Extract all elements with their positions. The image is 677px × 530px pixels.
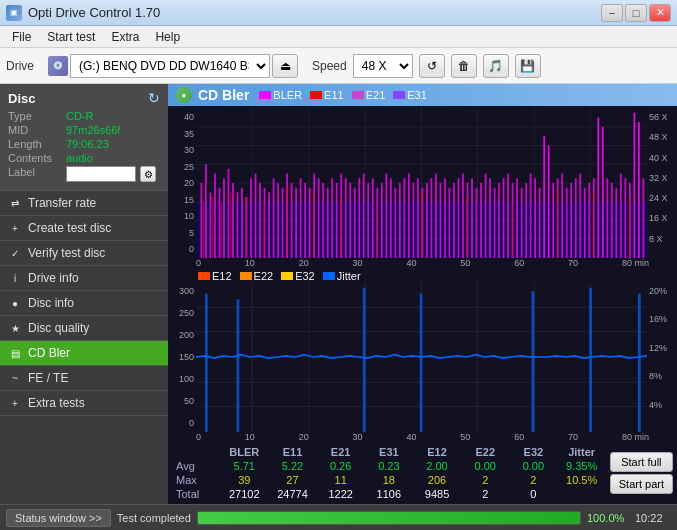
svg-rect-112 — [638, 122, 640, 258]
sidebar-item-extra-tests[interactable]: + Extra tests — [0, 391, 168, 416]
speed-dropdown[interactable]: 48 X 40 X 32 X 24 X 16 X 8 X 4 X — [353, 54, 413, 78]
legend-color-e11 — [310, 91, 322, 99]
label-gear-icon[interactable]: ⚙ — [140, 166, 156, 182]
svg-rect-58 — [394, 188, 396, 258]
svg-rect-107 — [615, 188, 617, 258]
y-bot-250: 250 — [170, 308, 194, 318]
eject-button[interactable]: ⏏ — [272, 54, 298, 78]
svg-rect-79 — [489, 178, 491, 258]
speed-label: Speed — [312, 59, 347, 73]
nav-icon-drive-info: i — [8, 271, 22, 285]
y-right-48x: 48 X — [649, 132, 675, 142]
disc-label-input[interactable] — [66, 166, 136, 182]
stats-section: BLER E11 E21 E31 E12 E22 E32 Jitter Avg5… — [168, 442, 677, 504]
erase-button[interactable]: 🗑 — [451, 54, 477, 78]
svg-rect-53 — [372, 178, 374, 258]
svg-rect-43 — [327, 188, 329, 258]
bot-legend-label-jitter: Jitter — [337, 270, 361, 282]
disc-refresh-icon[interactable]: ↻ — [148, 90, 160, 106]
svg-rect-17 — [210, 192, 212, 258]
y-top-40: 40 — [170, 112, 194, 122]
stats-val-0-2: 0.26 — [317, 459, 365, 473]
sidebar-item-create-test-disc[interactable]: + Create test disc — [0, 216, 168, 241]
y-top-25: 25 — [170, 162, 194, 172]
disc-mid-label: MID — [8, 124, 62, 136]
bot-legend-color-e12 — [198, 272, 210, 280]
sidebar-item-verify-test-disc[interactable]: ✓ Verify test disc — [0, 241, 168, 266]
x-0: 0 — [196, 258, 201, 268]
legend-label-e11: E11 — [324, 89, 344, 101]
drive-dropdown[interactable]: (G:) BENQ DVD DD DW1640 BSRB — [70, 54, 270, 78]
y-right-40x: 40 X — [649, 153, 675, 163]
svg-rect-76 — [476, 188, 478, 258]
minimize-button[interactable]: − — [601, 4, 623, 22]
svg-rect-126 — [512, 202, 513, 258]
stats-label-max: Max — [172, 473, 220, 487]
rip-button[interactable]: 🎵 — [483, 54, 509, 78]
y-top-30: 30 — [170, 145, 194, 155]
menu-file[interactable]: File — [4, 28, 39, 46]
svg-rect-128 — [593, 192, 594, 258]
y-bot-0: 0 — [170, 418, 194, 428]
top-chart-svg — [196, 108, 647, 258]
drive-select-group: 💿 (G:) BENQ DVD DD DW1640 BSRB ⏏ — [48, 54, 298, 78]
y-right-8x: 8 X — [649, 234, 675, 244]
maximize-button[interactable]: □ — [625, 4, 647, 22]
stats-val-1-0: 39 — [220, 473, 268, 487]
menu-help[interactable]: Help — [147, 28, 188, 46]
progress-bar-fill — [198, 512, 580, 524]
top-chart-area — [196, 108, 647, 258]
title-bar-left: ▣ Opti Drive Control 1.70 — [6, 5, 160, 21]
stats-val-2-1: 24774 — [268, 487, 316, 501]
drive-icon: 💿 — [48, 56, 68, 76]
svg-rect-33 — [282, 188, 284, 258]
svg-rect-63 — [417, 178, 419, 258]
nav-label-drive-info: Drive info — [28, 271, 79, 285]
legend-item-e11: E11 — [310, 89, 344, 101]
xb-60: 60 — [514, 432, 524, 442]
sidebar-item-cd-bler[interactable]: ▤ CD Bler — [0, 341, 168, 366]
legend-item-bler: BLER — [259, 89, 302, 101]
start-part-button[interactable]: Start part — [610, 474, 673, 494]
col-header-e31: E31 — [365, 445, 413, 459]
menu-extra[interactable]: Extra — [103, 28, 147, 46]
save-button[interactable]: 💾 — [515, 54, 541, 78]
svg-rect-78 — [485, 174, 487, 258]
svg-rect-98 — [575, 178, 577, 258]
svg-rect-86 — [521, 188, 523, 258]
svg-rect-59 — [399, 183, 401, 258]
sidebar-item-fe-te[interactable]: ~ FE / TE — [0, 366, 168, 391]
status-window-button[interactable]: Status window >> — [6, 509, 111, 527]
svg-rect-97 — [570, 183, 572, 258]
svg-rect-99 — [579, 174, 581, 258]
sidebar-item-disc-info[interactable]: ● Disc info — [0, 291, 168, 316]
svg-rect-93 — [552, 183, 554, 258]
title-controls: − □ ✕ — [601, 4, 671, 22]
sidebar-item-disc-quality[interactable]: ★ Disc quality — [0, 316, 168, 341]
start-buttons-group: Start full Start part — [610, 452, 673, 494]
sidebar-item-drive-info[interactable]: i Drive info — [0, 266, 168, 291]
stats-label-total: Total — [172, 487, 220, 501]
start-full-button[interactable]: Start full — [610, 452, 673, 472]
close-button[interactable]: ✕ — [649, 4, 671, 22]
disc-mid-value: 97m26s66f — [66, 124, 120, 136]
refresh-button[interactable]: ↺ — [419, 54, 445, 78]
menu-start-test[interactable]: Start test — [39, 28, 103, 46]
legend-label-e31: E31 — [407, 89, 427, 101]
disc-type-label: Type — [8, 110, 62, 122]
y-top-20: 20 — [170, 178, 194, 188]
svg-rect-47 — [345, 178, 347, 258]
svg-rect-90 — [539, 188, 541, 258]
svg-rect-31 — [273, 178, 275, 258]
col-header-e22: E22 — [461, 445, 509, 459]
sidebar-item-transfer-rate[interactable]: ⇄ Transfer rate — [0, 191, 168, 216]
legend-color-bler — [259, 91, 271, 99]
svg-rect-124 — [422, 192, 423, 258]
bottom-legend: E12 E22 E32 Jitter — [168, 268, 677, 282]
y-right-32x: 32 X — [649, 173, 675, 183]
stats-val-2-2: 1222 — [317, 487, 365, 501]
y-top-0: 0 — [170, 244, 194, 254]
y-bot-150: 150 — [170, 352, 194, 362]
x-50: 50 — [460, 258, 470, 268]
disc-type-row: Type CD-R — [8, 110, 160, 122]
